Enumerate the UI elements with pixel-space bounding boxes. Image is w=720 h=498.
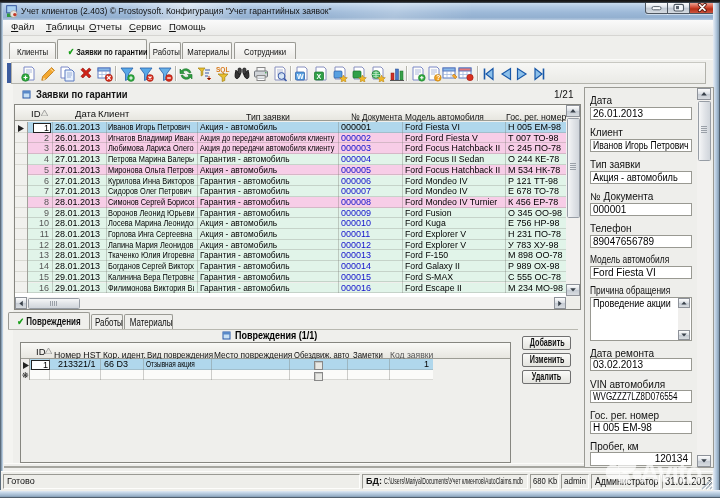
svg-text:?: ?: [436, 74, 440, 81]
svg-text:W: W: [297, 73, 304, 80]
svg-text:X: X: [317, 73, 322, 80]
svg-text:SQL: SQL: [216, 66, 229, 74]
